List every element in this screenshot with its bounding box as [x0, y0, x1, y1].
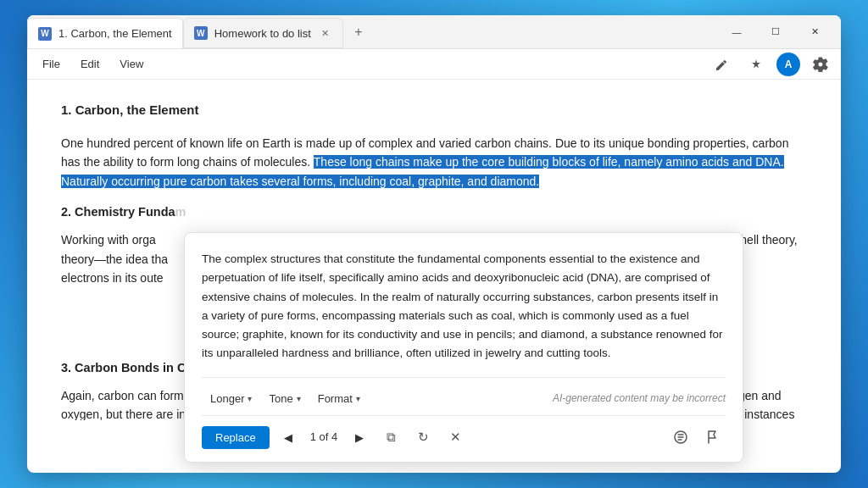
longer-chevron-icon: ▾ — [248, 392, 252, 406]
window-controls: — ☐ ✕ — [710, 19, 841, 46]
tab-close-button[interactable]: ✕ — [318, 26, 332, 41]
menu-file[interactable]: File — [34, 54, 69, 74]
toolbar-right: A — [709, 51, 834, 78]
section-2-heading: 2. Chemistry Fundam — [61, 202, 807, 222]
flag-button[interactable] — [700, 424, 726, 450]
rewrite-popup: The complex structures that constitute t… — [184, 232, 743, 463]
menu-view[interactable]: View — [111, 54, 152, 74]
replace-button[interactable]: Replace — [202, 426, 270, 449]
document-area: 1. Carbon, the Element One hundred perce… — [27, 80, 841, 473]
tone-dropdown[interactable]: Tone ▾ — [260, 386, 309, 413]
tab-inactive[interactable]: W Homework to do list ✕ — [183, 18, 343, 48]
format-label: Format — [318, 391, 353, 408]
refresh-button[interactable]: ↻ — [410, 424, 436, 450]
format-chevron-icon: ▾ — [356, 392, 360, 406]
copy-button[interactable]: ⧉ — [378, 424, 403, 450]
settings-button[interactable] — [807, 51, 834, 78]
paragraph-1: One hundred percent of known life on Ear… — [61, 134, 807, 191]
new-tab-button[interactable]: + — [347, 20, 370, 44]
avatar-initial: A — [785, 58, 793, 70]
rewrite-text: The complex structures that constitute t… — [202, 250, 726, 363]
pen-button[interactable] — [709, 51, 736, 78]
minimize-button[interactable]: — — [717, 19, 756, 46]
popup-close-button[interactable]: ✕ — [442, 424, 468, 450]
app-window: W 1. Carbon, the Element W Homework to d… — [27, 15, 841, 473]
prev-button[interactable]: ◀ — [276, 425, 300, 449]
maximize-button[interactable]: ☐ — [756, 19, 795, 46]
menu-edit[interactable]: Edit — [72, 54, 108, 74]
word-icon-active: W — [38, 27, 52, 41]
tone-label: Tone — [269, 391, 292, 408]
longer-dropdown[interactable]: Longer ▾ — [202, 386, 260, 413]
next-button[interactable]: ▶ — [348, 425, 371, 449]
tab-inactive-label: Homework to do list — [214, 27, 311, 40]
toolbar-extra-button[interactable] — [743, 51, 770, 78]
tab-active[interactable]: W 1. Carbon, the Element — [27, 18, 183, 48]
page-indicator: 1 of 4 — [307, 429, 342, 446]
list-button[interactable] — [668, 424, 693, 450]
word-icon-inactive: W — [194, 26, 208, 40]
format-dropdown[interactable]: Format ▾ — [309, 386, 369, 413]
ai-notice: AI-generated content may be incorrect — [553, 391, 726, 407]
tab-active-label: 1. Carbon, the Element — [58, 27, 172, 40]
tab-area: W 1. Carbon, the Element W Homework to d… — [27, 15, 710, 48]
user-avatar[interactable]: A — [776, 53, 800, 76]
document-title: 1. Carbon, the Element — [61, 100, 807, 120]
menu-bar: File Edit View A — [27, 49, 841, 80]
title-bar: W 1. Carbon, the Element W Homework to d… — [27, 15, 841, 49]
tone-chevron-icon: ▾ — [297, 392, 301, 406]
rewrite-actions-row: Replace ◀ 1 of 4 ▶ ⧉ ↻ ✕ — [202, 415, 726, 450]
close-button[interactable]: ✕ — [795, 19, 834, 46]
longer-label: Longer — [210, 391, 244, 408]
rewrite-controls-row: Longer ▾ Tone ▾ Format ▾ AI-generated co… — [202, 377, 726, 413]
